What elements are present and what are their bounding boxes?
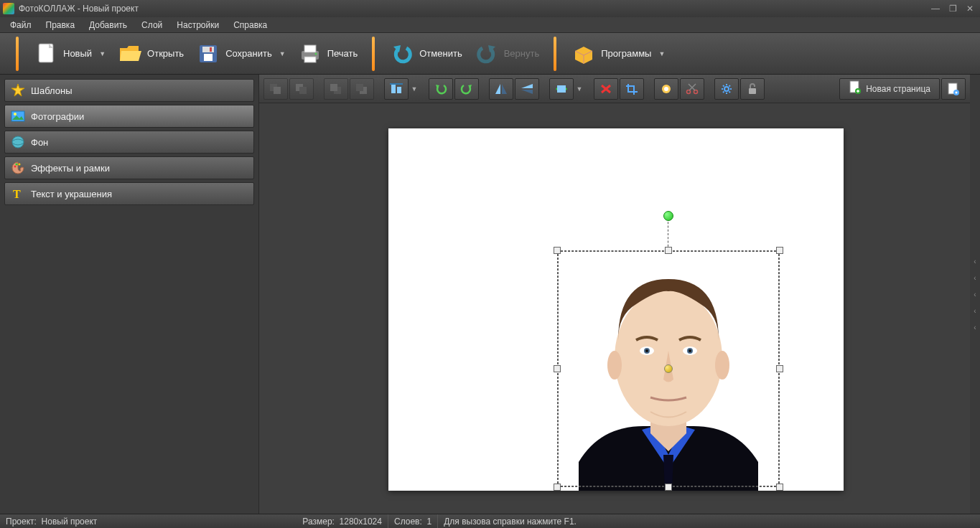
save-button[interactable]: Сохранить ▼ [190, 38, 291, 70]
color-button[interactable] [654, 78, 678, 100]
save-floppy-icon [195, 41, 221, 67]
resize-handle-e[interactable] [776, 365, 783, 372]
resize-handle-n[interactable] [665, 247, 672, 254]
chevron-left-icon: ‹ [974, 274, 976, 282]
new-page-button[interactable]: Новая страница [839, 78, 940, 100]
palette-icon [11, 161, 25, 175]
svg-point-13 [16, 164, 18, 166]
svg-point-14 [19, 164, 21, 166]
resize-handle-w[interactable] [554, 365, 561, 372]
svg-point-8 [314, 52, 317, 55]
toolbar-separator [554, 37, 556, 71]
bring-to-front-button[interactable] [263, 78, 288, 100]
printer-icon [297, 41, 323, 67]
flip-horizontal-button[interactable] [489, 78, 513, 100]
flip-vertical-button[interactable] [515, 78, 539, 100]
app-icon [3, 3, 14, 14]
chevron-left-icon: ‹ [974, 291, 976, 298]
svg-point-29 [664, 87, 668, 91]
redo-arrow-icon [474, 41, 500, 67]
crop-button[interactable] [620, 78, 644, 100]
canvas-toolbar: ▼ ▼ Новая страница [259, 75, 970, 103]
selection-box[interactable] [557, 250, 780, 487]
resize-handle-ne[interactable] [776, 247, 783, 254]
open-button[interactable]: Открыть [111, 38, 190, 70]
sidebar-item-templates[interactable]: Шаблоны [4, 79, 254, 102]
delete-button[interactable] [594, 78, 618, 100]
svg-line-40 [723, 91, 724, 93]
resize-handle-nw[interactable] [554, 247, 561, 254]
resize-handle-se[interactable] [776, 484, 783, 491]
lock-button[interactable] [740, 78, 765, 100]
new-label: Новый [63, 48, 92, 59]
redo-label: Вернуть [504, 48, 540, 59]
layers-value: 1 [427, 517, 432, 527]
minimize-button[interactable]: — [928, 2, 943, 15]
resize-handle-s[interactable] [665, 484, 672, 491]
chevron-left-icon: ‹ [974, 258, 976, 265]
svg-rect-4 [210, 47, 212, 52]
open-label: Открыть [147, 48, 184, 59]
fit-width-button[interactable] [549, 78, 574, 100]
toolbar-separator [16, 37, 19, 71]
menu-layer[interactable]: Слой [134, 18, 169, 32]
menu-settings[interactable]: Настройки [169, 18, 226, 32]
redo-button[interactable]: Вернуть [468, 38, 546, 70]
rotate-right-button[interactable] [454, 78, 479, 100]
maximize-button[interactable]: ❐ [946, 2, 960, 15]
svg-point-11 [12, 136, 24, 148]
svg-point-32 [724, 87, 729, 91]
canvas-page[interactable] [388, 128, 844, 491]
undo-button[interactable]: Отменить [383, 38, 467, 70]
align-button[interactable] [384, 78, 409, 100]
svg-rect-24 [391, 85, 396, 93]
right-panel-collapsed[interactable]: ‹ ‹ ‹ ‹ ‹ [970, 75, 980, 514]
new-page-label: Новая страница [866, 84, 930, 94]
status-layers: Слоев: 1 [388, 514, 438, 528]
svg-rect-41 [749, 88, 756, 94]
svg-rect-6 [304, 45, 316, 52]
sidebar-item-effects[interactable]: Эффекты и рамки [4, 156, 254, 179]
programs-button[interactable]: Программы ▼ [565, 38, 671, 70]
svg-rect-21 [330, 84, 337, 91]
svg-point-10 [14, 113, 17, 116]
center-handle[interactable] [664, 364, 673, 373]
fit-dropdown[interactable]: ▼ [575, 85, 584, 93]
photos-label: Фотографии [31, 111, 84, 122]
window-title: ФотоКОЛЛАЖ - Новый проект [19, 4, 139, 14]
resize-handle-sw[interactable] [554, 484, 561, 491]
send-backward-button[interactable] [324, 78, 348, 100]
align-dropdown[interactable]: ▼ [410, 85, 419, 93]
rotation-line [668, 218, 668, 250]
print-button[interactable]: Печать [291, 38, 364, 70]
effects-label: Эффекты и рамки [31, 163, 110, 174]
sidebar-item-photos[interactable]: Фотографии [4, 105, 254, 128]
menu-help[interactable]: Справка [226, 18, 274, 32]
svg-rect-23 [356, 84, 363, 91]
send-to-back-button[interactable] [350, 78, 374, 100]
sidebar-item-text[interactable]: T Текст и украшения [4, 182, 254, 205]
cut-button[interactable] [680, 78, 704, 100]
size-value: 1280x1024 [340, 517, 382, 527]
page-settings-button[interactable] [941, 78, 966, 100]
menu-edit[interactable]: Правка [39, 18, 83, 32]
menu-add[interactable]: Добавить [82, 18, 134, 32]
rotate-left-button[interactable] [429, 78, 453, 100]
save-label: Сохранить [225, 48, 272, 59]
menu-file[interactable]: Файл [3, 18, 39, 32]
new-file-icon [33, 41, 59, 67]
toolbar-separator [372, 37, 375, 71]
settings-button[interactable] [714, 78, 739, 100]
new-button[interactable]: Новый ▼ [27, 38, 111, 70]
bring-forward-button[interactable] [289, 78, 314, 100]
rotation-handle[interactable] [663, 211, 673, 221]
templates-label: Шаблоны [31, 85, 73, 96]
page-plus-icon [849, 80, 862, 97]
status-help: Для вызова справки нажмите F1. [438, 514, 582, 528]
canvas-viewport[interactable] [259, 103, 970, 514]
close-button[interactable]: ✕ [963, 2, 977, 15]
svg-rect-2 [202, 47, 214, 52]
svg-rect-25 [397, 87, 401, 93]
sidebar-item-background[interactable]: Фон [4, 131, 254, 154]
project-value: Новый проект [42, 517, 98, 527]
